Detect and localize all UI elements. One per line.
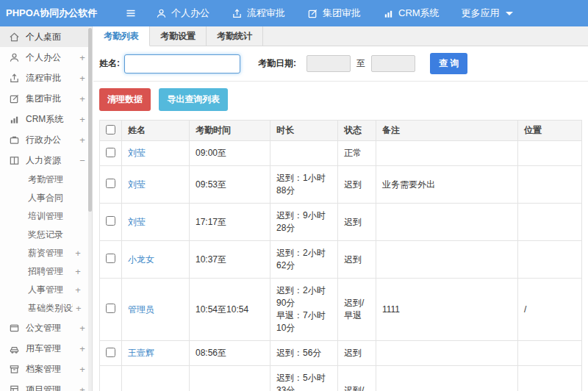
expand-plus-icon[interactable]: + bbox=[79, 384, 86, 391]
sidebar-item-crm-system[interactable]: CRM系统 + bbox=[0, 109, 92, 129]
status-text: 迟到 bbox=[338, 166, 376, 204]
sidebar-subitem-rewards[interactable]: 奖惩记录 bbox=[0, 226, 92, 244]
bar-chart-icon bbox=[9, 114, 20, 125]
duration-cell: 迟到：2小时90分 早退：7小时10分 bbox=[270, 279, 338, 341]
sidebar-item-group-approval[interactable]: 集团审批 + bbox=[0, 88, 92, 109]
sidebar-item-label: 个人办公 bbox=[26, 51, 76, 64]
sidebar-item-archives[interactable]: 档案管理 + bbox=[0, 359, 92, 379]
edit-icon bbox=[9, 93, 20, 104]
row-checkbox[interactable] bbox=[106, 179, 115, 188]
sidebar-item-label: 行政办公 bbox=[26, 134, 76, 146]
table-row: 刘莹 09:53至 迟到：1小时88分 迟到 业务需要外出 bbox=[100, 166, 582, 204]
expand-plus-icon[interactable]: + bbox=[79, 93, 86, 104]
attendance-time: 09:53至 bbox=[190, 166, 270, 204]
upload-share-icon bbox=[232, 8, 243, 19]
remark-text: 业务需要外出 bbox=[376, 166, 518, 204]
col-location: 位置 bbox=[518, 121, 582, 141]
collapse-minus-icon[interactable]: − bbox=[79, 155, 86, 166]
employee-name-link[interactable]: 王壹辉 bbox=[128, 348, 154, 358]
attendance-time: 08:56至 bbox=[190, 341, 270, 366]
app-logo: PHPOA协同办公软件 bbox=[0, 7, 94, 20]
sidebar-subitem-label: 人事合同 bbox=[28, 192, 71, 204]
menu-toggle-button[interactable] bbox=[116, 7, 146, 19]
expand-plus-icon[interactable]: + bbox=[79, 323, 86, 334]
expand-plus-icon[interactable]: + bbox=[74, 284, 82, 295]
search-button[interactable]: 查 询 bbox=[430, 53, 467, 74]
project-grid-icon bbox=[9, 384, 20, 391]
briefcase-icon bbox=[9, 134, 20, 146]
export-list-button[interactable]: 导出查询列表 bbox=[159, 88, 228, 111]
row-checkbox[interactable] bbox=[106, 348, 115, 357]
expand-plus-icon[interactable]: + bbox=[79, 52, 86, 63]
row-checkbox[interactable] bbox=[106, 148, 115, 157]
duration-line: 迟到：9小时28分 bbox=[276, 209, 331, 234]
employee-name-link[interactable]: 刘莹 bbox=[128, 179, 146, 190]
table-row: 小龙女 10:37至 迟到：2小时62分 迟到 bbox=[100, 241, 582, 279]
sidebar-subitem-label: 奖惩记录 bbox=[28, 229, 71, 241]
employee-name-link[interactable]: 刘莹 bbox=[128, 148, 146, 158]
hamburger-icon bbox=[125, 7, 137, 19]
sidebar-subitem-salary[interactable]: 薪资管理 + bbox=[0, 244, 92, 262]
sidebar-subitem-base-category[interactable]: 基础类别设置 + bbox=[0, 299, 92, 318]
sidebar-subitem-training[interactable]: 培训管理 bbox=[0, 207, 92, 226]
table-header-row: 姓名 考勤时间 时长 状态 备注 位置 bbox=[100, 121, 582, 141]
nav-group-approval[interactable]: 集团审批 bbox=[307, 7, 361, 20]
tab-attendance-settings[interactable]: 考勤设置 bbox=[150, 26, 207, 46]
nav-crm-system[interactable]: CRM系统 bbox=[383, 7, 440, 20]
expand-plus-icon[interactable]: + bbox=[79, 114, 86, 125]
nav-label: 个人办公 bbox=[171, 7, 209, 20]
sidebar-scrollbar[interactable] bbox=[88, 26, 92, 391]
sidebar-item-projects[interactable]: 项目管理 + bbox=[0, 379, 92, 391]
nav-label: 更多应用 bbox=[462, 7, 500, 20]
nav-personal-office[interactable]: 个人办公 bbox=[156, 7, 209, 20]
sidebar-item-label: 用车管理 bbox=[26, 342, 76, 355]
sidebar-subitem-attendance[interactable]: 考勤管理 bbox=[0, 171, 92, 189]
sidebar-item-workflow-approval[interactable]: 流程审批 + bbox=[0, 68, 92, 88]
action-bar: 清理数据 导出查询列表 bbox=[93, 82, 588, 114]
employee-name-link[interactable]: 管理员 bbox=[128, 304, 154, 315]
status-text: 迟到 bbox=[338, 241, 376, 279]
select-all-checkbox[interactable] bbox=[106, 125, 115, 134]
expand-plus-icon[interactable]: + bbox=[79, 73, 86, 84]
row-checkbox[interactable] bbox=[106, 304, 115, 313]
col-status: 状态 bbox=[338, 121, 376, 141]
sidebar-item-vehicles[interactable]: 用车管理 + bbox=[0, 338, 92, 359]
sidebar-item-admin-office[interactable]: 行政办公 + bbox=[0, 129, 92, 150]
expand-plus-icon[interactable]: + bbox=[79, 134, 86, 146]
sidebar-subitem-label: 基础类别设置 bbox=[28, 302, 73, 315]
row-checkbox[interactable] bbox=[106, 254, 115, 263]
duration-cell: 迟到：1小时88分 bbox=[270, 166, 338, 204]
employee-name-link[interactable]: 小龙女 bbox=[128, 254, 154, 265]
name-filter-input[interactable] bbox=[124, 54, 240, 73]
row-checkbox[interactable] bbox=[106, 216, 115, 226]
clean-data-button[interactable]: 清理数据 bbox=[99, 88, 151, 111]
tab-attendance-stats[interactable]: 考勤统计 bbox=[207, 26, 263, 46]
date-from-input[interactable] bbox=[306, 55, 351, 72]
sidebar-subitem-hr-contract[interactable]: 人事合同 bbox=[0, 189, 92, 207]
nav-more-apps[interactable]: 更多应用 bbox=[462, 7, 513, 20]
main-content: 考勤列表 考勤设置 考勤统计 姓名: 考勤日期: 至 查 询 清理数据 导出查询… bbox=[93, 26, 588, 391]
duration-line: 迟到：5小时33分 bbox=[276, 372, 331, 391]
sidebar-item-personal-office[interactable]: 个人办公 + bbox=[0, 47, 92, 68]
tab-attendance-list[interactable]: 考勤列表 bbox=[93, 26, 150, 46]
sidebar-item-label: 公文管理 bbox=[26, 322, 76, 334]
col-time: 考勤时间 bbox=[190, 121, 270, 141]
employee-name-link[interactable]: 刘莹 bbox=[128, 217, 146, 227]
status-text: 迟到/早退 bbox=[338, 366, 376, 391]
sidebar-item-documents[interactable]: 公文管理 + bbox=[0, 318, 92, 338]
sidebar-item-human-resources[interactable]: 人力资源 − bbox=[0, 150, 92, 171]
sidebar-subitem-personnel[interactable]: 人事管理 + bbox=[0, 281, 92, 299]
scrollbar-thumb[interactable] bbox=[88, 28, 92, 212]
sidebar-item-personal-desktop[interactable]: 个人桌面 bbox=[0, 26, 92, 47]
expand-plus-icon[interactable]: + bbox=[74, 248, 82, 259]
expand-plus-icon[interactable]: + bbox=[74, 266, 82, 277]
nav-workflow-approval[interactable]: 流程审批 bbox=[232, 7, 285, 20]
duration-line: 迟到：1小时88分 bbox=[276, 172, 331, 197]
sidebar-subitem-recruitment[interactable]: 招聘管理 + bbox=[0, 262, 92, 281]
attendance-time: 10:54至10:54 bbox=[190, 279, 270, 341]
expand-plus-icon[interactable]: + bbox=[79, 343, 86, 354]
date-to-input[interactable] bbox=[371, 55, 415, 72]
nav-label: CRM系统 bbox=[398, 7, 440, 20]
expand-plus-icon[interactable]: + bbox=[79, 364, 86, 375]
expand-plus-icon[interactable]: + bbox=[76, 303, 82, 314]
